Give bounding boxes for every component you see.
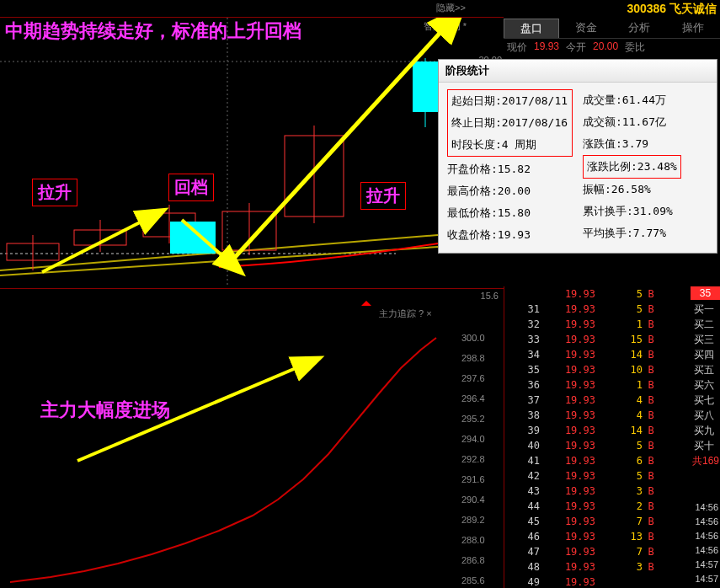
label-open: 今开: [563, 40, 589, 57]
axis-tick: 297.6: [461, 368, 485, 388]
tick-row: 4719.937B: [504, 544, 691, 559]
lbl: 累计换手:: [583, 205, 633, 217]
val: 61.44万: [622, 94, 666, 106]
tab-zijin[interactable]: 资金: [559, 19, 613, 38]
time-label: 14:56: [691, 531, 720, 545]
tick-row: 3719.934B: [504, 393, 691, 408]
lbl: 最低价格:: [447, 206, 498, 219]
tick-row: 4819.933B: [504, 559, 691, 575]
buy-level: 买九: [691, 423, 720, 438]
axis-tick: 298.8: [461, 348, 485, 368]
lbl: 涨跌值:: [583, 137, 622, 150]
lbl: 时段长度:: [451, 138, 502, 151]
tick-row: 3219.931B: [504, 317, 691, 332]
buy-levels: 35 买一买二买三买四买五买六买七买八买九买十 共169: [691, 286, 720, 468]
buy-level: 买五: [691, 362, 720, 377]
lbl: 收盘价格:: [447, 228, 498, 241]
svg-line-19: [77, 366, 300, 461]
candlestick-chart[interactable]: 智能辅助 * 20.00: [0, 17, 504, 286]
val: 15.80: [498, 206, 531, 219]
mainforce-svg: [0, 289, 504, 588]
tick-row: 3519.9310B: [504, 362, 691, 377]
tick-row: 4119.936B: [504, 453, 691, 468]
value-open: 20.00: [589, 40, 621, 57]
buy-level: 买四: [691, 347, 720, 362]
lbl: 最高价格:: [447, 184, 498, 197]
buy-level: 买二: [691, 317, 720, 332]
stats-change-ratio: 涨跌比例:23.48%: [583, 155, 681, 179]
lbl: 开盘价格:: [447, 163, 498, 175]
buy-level: 买六: [691, 377, 720, 393]
tick-row: 3419.9314B: [504, 347, 691, 362]
stock-code-name: 300386 飞天诚信: [627, 2, 717, 17]
time-label: 14:57: [691, 574, 720, 588]
lbl: 成交量:: [583, 94, 622, 106]
tick-row: 3119.935B: [504, 302, 691, 317]
axis-tick: 296.4: [461, 388, 485, 409]
tick-row: 19.93 5 B: [504, 286, 691, 302]
tick-row: 3319.9315B: [504, 332, 691, 347]
axis-tick: 290.4: [461, 489, 485, 510]
quote-row: 现价 19.93 今开 20.00 委比: [504, 40, 720, 57]
val: 31.09%: [633, 205, 673, 217]
buy-level: 买七: [691, 393, 720, 408]
val: 3.79: [622, 137, 648, 150]
axis-labels: 300.0298.8297.6296.4295.2294.0292.8291.6…: [461, 328, 485, 588]
tick-list[interactable]: 19.93 5 B 3119.935B3219.931B3319.9315B34…: [504, 286, 691, 588]
val: 15.82: [498, 163, 531, 175]
axis-tick: 300.0: [461, 328, 485, 348]
val: 26.58%: [611, 183, 651, 195]
lbl: 平均换手:: [583, 227, 633, 239]
axis-tick: 289.2: [461, 510, 485, 530]
lbl: 终止日期:: [451, 116, 502, 129]
tick-row: 4019.935B: [504, 438, 691, 453]
time-label: 14:56: [691, 545, 720, 559]
val: 19.93: [498, 228, 531, 241]
tab-caozuo[interactable]: 操作: [666, 19, 720, 38]
buy-level: 买八: [691, 408, 720, 423]
label-price: 现价: [504, 40, 531, 57]
tab-pankou[interactable]: 盘口: [504, 19, 559, 38]
svg-rect-9: [170, 222, 216, 254]
axis-tick: 295.2: [461, 409, 485, 429]
val: 2017/08/16: [502, 116, 568, 129]
tick-row: 4419.932B: [504, 499, 691, 514]
buy-level: 买一: [691, 302, 720, 317]
lbl: 成交额:: [583, 115, 622, 128]
val: 20.00: [498, 184, 531, 197]
val: 2017/08/11: [502, 94, 568, 107]
buy-level: 买十: [691, 438, 720, 453]
val: 11.67亿: [622, 115, 666, 128]
axis-tick: 291.6: [461, 469, 485, 489]
range-stats-panel[interactable]: 阶段统计 起始日期:2017/08/11 终止日期:2017/08/16 时段长…: [438, 59, 717, 254]
stats-date-group: 起始日期:2017/08/11 终止日期:2017/08/16 时段长度:4 周…: [447, 89, 573, 157]
axis-tick: 285.6: [461, 570, 485, 588]
side-tabs: 盘口 资金 分析 操作: [504, 19, 720, 39]
candle-svg: [0, 18, 504, 287]
main-force-chart[interactable]: 15.6 主力追踪 ? × 300.0298.8297.6296.4295.22…: [0, 288, 504, 588]
tick-row: 3819.934B: [504, 408, 691, 423]
val: 7.77%: [633, 227, 666, 239]
buy-total: 共169: [691, 453, 720, 468]
tick-row: 3919.9314B: [504, 423, 691, 438]
tick-row: 4619.9313B: [504, 529, 691, 544]
time-label: 14:56: [691, 516, 720, 531]
axis-tick: 294.0: [461, 429, 485, 449]
lbl: 振幅:: [583, 183, 611, 195]
chip-value: 35: [691, 286, 720, 300]
tick-row: 4519.937B: [504, 514, 691, 529]
svg-line-16: [42, 220, 145, 272]
svg-marker-20: [361, 301, 371, 306]
prev-close-label: 15.6: [481, 291, 499, 301]
buy-level: 买三: [691, 332, 720, 347]
tick-row: 4919.93: [504, 575, 691, 588]
time-label: 14:57: [691, 559, 720, 574]
stats-title: 阶段统计: [439, 60, 717, 83]
axis-tick: 286.8: [461, 550, 485, 570]
val: 4 周期: [502, 138, 537, 151]
value-price: 19.93: [531, 40, 563, 57]
hide-toggle[interactable]: 隐藏>>: [436, 2, 466, 14]
axis-tick: 292.8: [461, 449, 485, 469]
indicator-title: 主力追踪 ? ×: [379, 307, 432, 320]
tab-fenxi[interactable]: 分析: [613, 19, 667, 38]
